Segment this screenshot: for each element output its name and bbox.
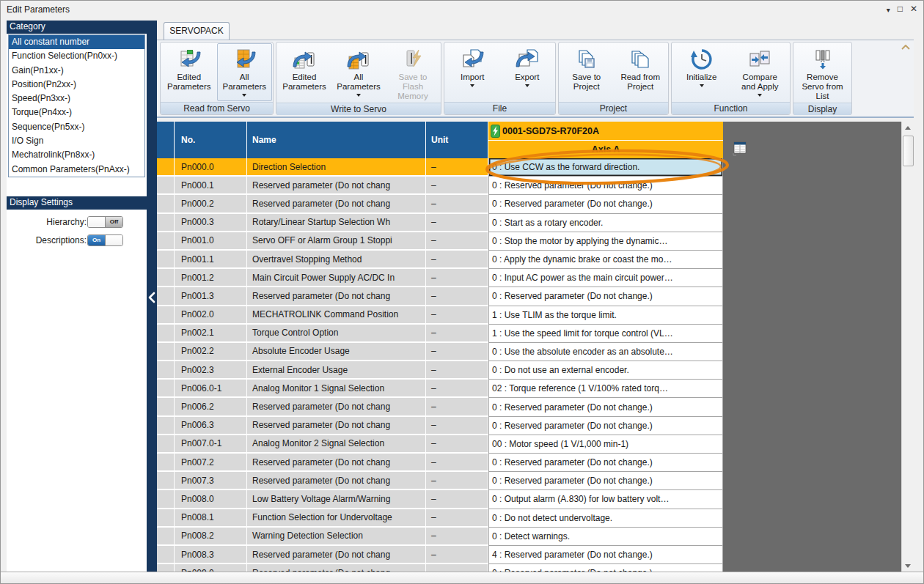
- row-lead-cell[interactable]: [157, 490, 175, 509]
- param-no-cell[interactable]: Pn001.0: [175, 232, 247, 251]
- param-name-cell[interactable]: Low Battery Voltage Alarm/Warning: [247, 490, 426, 509]
- param-no-cell[interactable]: Pn006.2: [175, 398, 247, 416]
- param-no-cell[interactable]: Pn007.2: [175, 454, 247, 472]
- param-value-cell[interactable]: 1 : Use the speed limit for torque contr…: [488, 325, 723, 343]
- tab-servopack[interactable]: SERVOPACK: [164, 22, 230, 40]
- param-value-cell[interactable]: 0 : Reserved parameter (Do not change.): [488, 472, 723, 490]
- param-name-cell[interactable]: Analog Monitor 2 Signal Selection: [247, 435, 426, 454]
- dropdown-arrow-icon[interactable]: [470, 84, 474, 87]
- scrollbar-thumb[interactable]: [903, 136, 914, 166]
- param-value-cell[interactable]: 0 : Do not use an external encoder.: [488, 361, 723, 380]
- row-lead-cell[interactable]: [157, 546, 175, 564]
- param-unit-cell[interactable]: –: [426, 546, 488, 564]
- param-unit-cell[interactable]: –: [426, 417, 488, 435]
- param-unit-cell[interactable]: –: [426, 325, 488, 343]
- param-no-cell[interactable]: Pn008.3: [175, 546, 247, 564]
- param-value-cell[interactable]: 0 : Reserved parameter (Do not change.): [488, 398, 723, 416]
- scroll-down-button[interactable]: [902, 560, 914, 572]
- param-name-cell[interactable]: Torque Control Option: [247, 325, 426, 343]
- param-value-cell[interactable]: 0 : Apply the dynamic brake or coast the…: [488, 251, 723, 269]
- row-lead-cell[interactable]: [157, 232, 175, 251]
- param-no-cell[interactable]: Pn006.3: [175, 417, 247, 435]
- close-icon[interactable]: ✕: [910, 2, 917, 17]
- param-no-cell[interactable]: Pn000.2: [175, 195, 247, 213]
- row-lead-cell[interactable]: [157, 380, 175, 398]
- param-no-cell[interactable]: Pn002.1: [175, 325, 247, 343]
- row-lead-cell[interactable]: [157, 528, 175, 546]
- param-value-cell[interactable]: 0 : Input AC power as the main circuit p…: [488, 269, 723, 287]
- row-lead-cell[interactable]: [157, 214, 175, 232]
- param-no-cell[interactable]: Pn008.0: [175, 490, 247, 509]
- param-unit-cell[interactable]: –: [426, 158, 488, 177]
- row-lead-cell[interactable]: [157, 343, 175, 361]
- param-name-cell[interactable]: Reserved parameter (Do not chang: [247, 454, 426, 472]
- param-no-cell[interactable]: Pn001.3: [175, 287, 247, 306]
- import-button[interactable]: Import: [445, 43, 500, 101]
- param-no-cell[interactable]: Pn000.0: [175, 158, 247, 177]
- param-no-cell[interactable]: Pn008.1: [175, 509, 247, 528]
- param-value-cell[interactable]: 0 : Reserved parameter (Do not change.): [488, 454, 723, 472]
- row-lead-cell[interactable]: [157, 435, 175, 454]
- param-no-cell[interactable]: Pn002.0: [175, 306, 247, 325]
- param-name-cell[interactable]: Reserved parameter (Do not chang: [247, 472, 426, 490]
- param-name-cell[interactable]: Reserved parameter (Do not chang: [247, 195, 426, 213]
- row-lead-cell[interactable]: [157, 251, 175, 269]
- sidebar-collapse-strip[interactable]: [147, 21, 157, 574]
- category-item[interactable]: I/O Sign: [9, 134, 144, 148]
- category-item[interactable]: Gain(Pn1xx-): [9, 64, 144, 78]
- read-all-button[interactable]: All Parameters: [217, 43, 273, 101]
- param-name-cell[interactable]: Rotary/Linear Startup Selection Wh: [247, 214, 426, 232]
- category-item[interactable]: All constant number: [9, 35, 144, 49]
- param-name-cell[interactable]: Reserved parameter (Do not chang: [247, 546, 426, 564]
- collapse-left-icon[interactable]: [147, 292, 156, 303]
- category-item[interactable]: Position(Pn2xx-): [9, 78, 144, 92]
- read-project-button[interactable]: Read from Project: [614, 43, 668, 101]
- param-value-cell[interactable]: 1 : Use TLIM as the torque limit.: [488, 306, 723, 325]
- param-unit-cell[interactable]: –: [426, 528, 488, 546]
- axis-table-widget-icon[interactable]: [732, 141, 747, 156]
- param-no-cell[interactable]: Pn006.0-1: [175, 380, 247, 398]
- param-unit-cell[interactable]: –: [426, 251, 488, 269]
- dropdown-arrow-icon[interactable]: [242, 94, 246, 97]
- param-unit-cell[interactable]: –: [426, 195, 488, 213]
- row-lead-cell[interactable]: [157, 472, 175, 490]
- param-no-cell[interactable]: Pn002.2: [175, 343, 247, 361]
- param-value-cell[interactable]: 0 : Output alarm (A.830) for low battery…: [488, 490, 723, 509]
- param-value-cell[interactable]: 0 : Stop the motor by applying the dynam…: [488, 232, 723, 251]
- param-no-cell[interactable]: Pn001.2: [175, 269, 247, 287]
- param-name-cell[interactable]: External Encoder Usage: [247, 361, 426, 380]
- param-value-cell[interactable]: 0 : Use CCW as the forward direction.: [488, 158, 723, 177]
- category-item[interactable]: Function Selection(Pn0xx-): [9, 49, 144, 63]
- param-name-cell[interactable]: Function Selection for Undervoltage: [247, 509, 426, 528]
- row-lead-cell[interactable]: [157, 361, 175, 380]
- export-button[interactable]: Export: [500, 43, 555, 101]
- ribbon-collapse-icon[interactable]: [901, 44, 911, 51]
- servo-column-header[interactable]: 0001-SGD7S-R70F20A Axis A: [488, 122, 723, 158]
- param-value-cell[interactable]: 00 : Motor speed (1 V/1,000 min-1): [488, 435, 723, 454]
- param-name-cell[interactable]: Main Circuit Power Supply AC/DC In: [247, 269, 426, 287]
- param-name-cell[interactable]: Warning Detection Selection: [247, 528, 426, 546]
- param-value-cell[interactable]: 4 : Reserved parameter (Do not change.): [488, 546, 723, 564]
- initialize-button[interactable]: Initialize: [672, 43, 731, 101]
- param-value-cell[interactable]: 0 : Use the absolute encoder as an absol…: [488, 343, 723, 361]
- param-name-cell[interactable]: Overtravel Stopping Method: [247, 251, 426, 269]
- param-name-cell[interactable]: Direction Selection: [247, 158, 426, 177]
- row-lead-cell[interactable]: [157, 177, 175, 195]
- param-name-cell[interactable]: MECHATROLINK Command Position: [247, 306, 426, 325]
- param-value-cell[interactable]: 0 : Start as a rotary encoder.: [488, 214, 723, 232]
- param-unit-cell[interactable]: –: [426, 380, 488, 398]
- param-unit-cell[interactable]: –: [426, 509, 488, 528]
- row-lead-cell[interactable]: [157, 325, 175, 343]
- row-lead-cell[interactable]: [157, 158, 175, 177]
- row-lead-cell[interactable]: [157, 454, 175, 472]
- dropdown-arrow-icon[interactable]: [700, 84, 704, 87]
- param-unit-cell[interactable]: –: [426, 490, 488, 509]
- param-name-cell[interactable]: Analog Monitor 1 Signal Selection: [247, 380, 426, 398]
- param-unit-cell[interactable]: –: [426, 472, 488, 490]
- param-value-cell[interactable]: 0 : Reserved parameter (Do not change.): [488, 287, 723, 306]
- param-no-cell[interactable]: Pn008.2: [175, 528, 247, 546]
- param-value-cell[interactable]: 0 : Reserved parameter (Do not change.): [488, 417, 723, 435]
- param-name-cell[interactable]: Servo OFF or Alarm Group 1 Stoppi: [247, 232, 426, 251]
- row-lead-cell[interactable]: [157, 417, 175, 435]
- param-unit-cell[interactable]: –: [426, 343, 488, 361]
